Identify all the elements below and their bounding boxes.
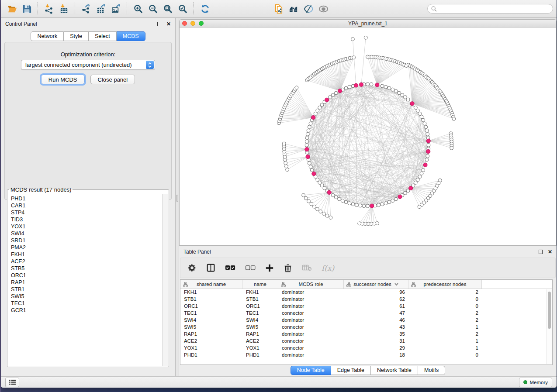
select-all-rows-icon[interactable] bbox=[225, 263, 235, 273]
refresh-view-icon[interactable] bbox=[199, 3, 211, 14]
table-body: FKH1FKH1dominator962STB1STB1dominator620… bbox=[180, 289, 552, 359]
cell-shared_name: YOX1 bbox=[180, 345, 242, 352]
control-panel-titlebar: Control Panel ✕ bbox=[1, 18, 175, 30]
mcds-result-list[interactable]: PHD1CAR1STP4TID3YOX1SWI4SRD1PMA2FKH1ACE2… bbox=[8, 194, 162, 366]
tab-edge-table[interactable]: Edge Table bbox=[331, 366, 371, 375]
mcds-result-item[interactable]: GCR1 bbox=[11, 307, 162, 314]
zoom-out-icon[interactable] bbox=[147, 3, 159, 14]
table-row[interactable]: STB1STB1dominator620 bbox=[180, 296, 552, 303]
export-image-icon[interactable] bbox=[110, 3, 121, 14]
column-header-shared-name[interactable]: shared name bbox=[180, 280, 242, 289]
import-table-icon[interactable] bbox=[58, 3, 69, 14]
cell-predecessor_nodes: 2 bbox=[408, 289, 482, 296]
mcds-result-item[interactable]: TID3 bbox=[11, 216, 162, 223]
show-column-icon[interactable] bbox=[206, 263, 215, 273]
float-panel-icon[interactable] bbox=[157, 22, 161, 26]
mcds-result-item[interactable]: YOX1 bbox=[11, 223, 162, 230]
mcds-result-item[interactable]: SRD1 bbox=[11, 237, 162, 244]
mcds-result-item[interactable]: ACE2 bbox=[11, 258, 162, 265]
toolbar-separator bbox=[194, 2, 194, 15]
search-box bbox=[427, 4, 553, 14]
cell-mcds_role: dominator bbox=[278, 317, 344, 324]
import-network-icon[interactable] bbox=[43, 3, 55, 14]
tab-node-table[interactable]: Node Table bbox=[291, 366, 331, 375]
table-row[interactable]: YOX1YOX1connector291 bbox=[180, 345, 552, 352]
run-mcds-button[interactable]: Run MCDS bbox=[41, 75, 85, 84]
float-table-panel-icon[interactable] bbox=[539, 250, 543, 254]
search-input[interactable] bbox=[439, 6, 549, 12]
cell-successor_nodes: 18 bbox=[344, 352, 408, 359]
task-history-button[interactable] bbox=[5, 378, 19, 387]
table-panel-titlebar: Table Panel ✕ bbox=[179, 246, 557, 258]
table-row[interactable]: RAP1RAP1dominator352 bbox=[180, 331, 552, 338]
open-file-icon[interactable] bbox=[6, 3, 17, 14]
tab-select[interactable]: Select bbox=[89, 31, 117, 41]
criterion-dropdown[interactable]: largest connected component (undirected) bbox=[21, 60, 155, 70]
mcds-result-item[interactable]: SWI4 bbox=[11, 230, 162, 237]
network-graph[interactable] bbox=[180, 28, 556, 245]
network-titlebar[interactable]: YPA_prune.txt_1 bbox=[180, 20, 556, 28]
mcds-result-item[interactable]: SWI5 bbox=[11, 293, 162, 300]
panel-split-divider[interactable] bbox=[176, 18, 179, 376]
mcds-result-item[interactable]: STB5 bbox=[11, 265, 162, 272]
mcds-result-item[interactable]: STB1 bbox=[11, 286, 162, 293]
tab-motifs[interactable]: Motifs bbox=[418, 366, 445, 375]
cell-predecessor_nodes: 1 bbox=[408, 324, 482, 331]
cell-shared_name: FKH1 bbox=[180, 289, 242, 296]
tab-mcds[interactable]: MCDS bbox=[117, 31, 145, 41]
table-row[interactable]: ACE2ACE2connector311 bbox=[180, 338, 552, 345]
table-row[interactable]: ORC1ORC1dominator610 bbox=[180, 303, 552, 310]
clone-network-icon[interactable] bbox=[273, 3, 284, 14]
cell-successor_nodes: 61 bbox=[344, 303, 408, 310]
first-neighbors-icon[interactable] bbox=[288, 3, 299, 14]
table-scrollbar-thumb[interactable] bbox=[548, 292, 551, 329]
cell-mcds_role: dominator bbox=[278, 352, 344, 359]
show-graphics-details-icon[interactable] bbox=[303, 3, 314, 14]
table-scrollbar[interactable] bbox=[547, 289, 552, 364]
export-network-icon[interactable] bbox=[80, 3, 92, 14]
table-row[interactable]: FKH1FKH1dominator962 bbox=[180, 289, 552, 296]
mcds-result-item[interactable]: STP4 bbox=[11, 209, 162, 216]
network-window: YPA_prune.txt_1 bbox=[179, 19, 557, 246]
memory-button[interactable]: Memory bbox=[519, 378, 552, 387]
create-column-icon[interactable] bbox=[265, 263, 274, 273]
hide-selected-eye-icon[interactable] bbox=[318, 3, 329, 14]
table-row[interactable]: PHD1PHD1dominator180 bbox=[180, 352, 552, 359]
column-header-predecessor-nodes[interactable]: predecessor nodes bbox=[408, 280, 482, 289]
mcds-result-item[interactable]: ORC1 bbox=[11, 272, 162, 279]
column-header-successor-nodes[interactable]: successor nodes bbox=[344, 280, 408, 289]
cell-predecessor_nodes: 1 bbox=[408, 338, 482, 345]
table-row[interactable]: SWI4SWI4dominator462 bbox=[180, 317, 552, 324]
mcds-result-item[interactable]: CAR1 bbox=[11, 202, 162, 209]
tab-style[interactable]: Style bbox=[64, 31, 89, 41]
zoom-selected-icon[interactable] bbox=[177, 3, 188, 14]
export-table-icon[interactable] bbox=[95, 3, 107, 14]
mcds-result-item[interactable]: PMA2 bbox=[11, 244, 162, 251]
mcds-result-item[interactable]: FKH1 bbox=[11, 251, 162, 258]
close-panel-button[interactable]: Close panel bbox=[90, 75, 135, 84]
zoom-fit-icon[interactable] bbox=[162, 3, 173, 14]
mcds-result-item[interactable]: RAP1 bbox=[11, 279, 162, 286]
mcds-tab-content: Optimization criterion: largest connecte… bbox=[4, 42, 172, 200]
fx-label: f(x) bbox=[322, 264, 334, 272]
tab-network-table[interactable]: Network Table bbox=[371, 366, 418, 375]
app-window: Control Panel ✕ NetworkStyleSelectMCDS O… bbox=[1, 0, 557, 388]
close-table-panel-icon[interactable]: ✕ bbox=[548, 249, 552, 255]
deselect-all-rows-icon[interactable] bbox=[245, 263, 256, 273]
table-row[interactable]: TEC1TEC1connector472 bbox=[180, 310, 552, 317]
network-canvas[interactable] bbox=[180, 28, 556, 245]
divider-grip[interactable] bbox=[176, 195, 178, 202]
column-header-name[interactable]: name bbox=[242, 280, 278, 289]
mcds-result-scrollbar[interactable] bbox=[162, 194, 168, 366]
close-panel-icon[interactable]: ✕ bbox=[166, 21, 171, 27]
cell-name: SWI4 bbox=[242, 317, 278, 324]
column-header-MCDS-role[interactable]: MCDS role bbox=[278, 280, 344, 289]
save-icon[interactable] bbox=[21, 3, 32, 14]
mcds-result-item[interactable]: PHD1 bbox=[11, 195, 162, 202]
table-options-icon[interactable] bbox=[187, 263, 197, 273]
zoom-in-icon[interactable] bbox=[132, 3, 144, 14]
tab-network[interactable]: Network bbox=[31, 31, 64, 41]
mcds-result-item[interactable]: TEC1 bbox=[11, 300, 162, 307]
table-row[interactable]: SWI5SWI5connector431 bbox=[180, 324, 552, 331]
delete-columns-icon[interactable] bbox=[284, 263, 292, 273]
